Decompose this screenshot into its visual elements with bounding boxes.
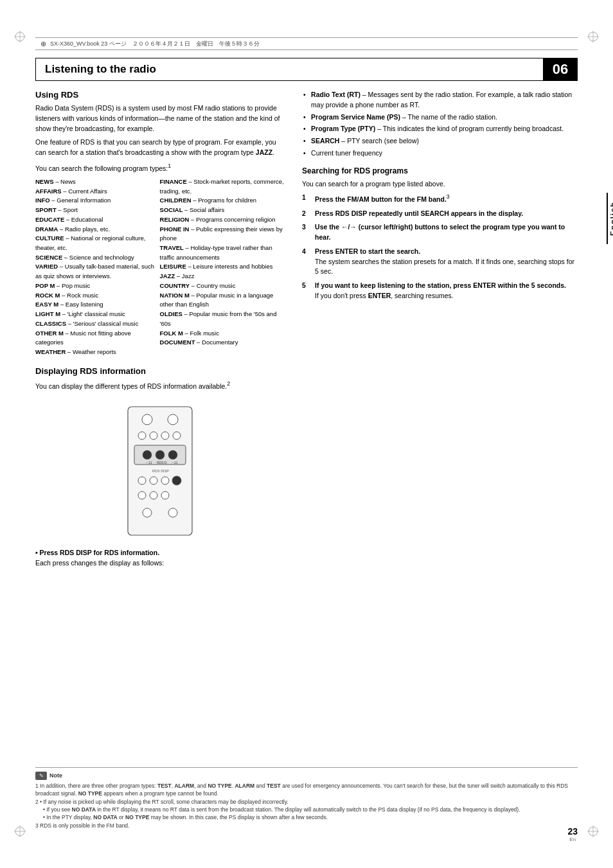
note-icon: ✎: [35, 772, 47, 781]
side-label: English: [607, 193, 613, 244]
displaying-rds-section: Displaying RDS information You can displ…: [35, 366, 284, 569]
content-columns: Using RDS Radio Data System (RDS) is a s…: [35, 90, 578, 568]
svg-point-14: [168, 414, 178, 425]
list-item: Current tuner frequency: [302, 148, 578, 159]
list-item: LIGHT M – 'Light' classical music: [35, 310, 160, 319]
list-item: NATION M – Popular music in a language o…: [160, 291, 285, 310]
note-section: ✎ Note 1 In addition, there are three ot…: [35, 767, 578, 829]
list-item: CHILDREN – Programs for children: [160, 196, 285, 206]
page-header: Listening to the radio 06: [35, 58, 578, 81]
list-item: ROCK M – Rock music: [35, 291, 160, 301]
svg-point-31: [138, 492, 146, 499]
list-item: OLDIES – Popular music from the '50s and…: [160, 310, 285, 328]
svg-text:←11: ←11: [145, 461, 152, 465]
svg-text:→11: →11: [171, 461, 178, 465]
page-title-text: Listening to the radio: [45, 63, 156, 76]
step-1: 1 Press the FM/AM button for the FM band…: [302, 193, 578, 204]
list-item: DRAMA – Radio plays, etc.: [35, 225, 160, 235]
list-item: WEATHER – Weather reports: [35, 348, 160, 357]
device-diagram: ←11 RDS·D →11 RDS DISP: [109, 400, 211, 542]
step-4: 4 Press ENTER to start the search. The s…: [302, 247, 578, 277]
list-item: DOCUMENT – Documentary: [160, 338, 285, 348]
using-rds-heading: Using RDS: [35, 90, 284, 100]
using-rds-para3: You can search the following program typ…: [35, 162, 284, 173]
list-item: EASY M – Easy listening: [35, 300, 160, 310]
displaying-rds-text: You can display the different types of R…: [35, 380, 284, 391]
list-item: PHONE IN – Public expressing their views…: [160, 225, 285, 244]
using-rds-para2: One feature of RDS is that you can searc…: [35, 137, 284, 158]
list-item: EDUCATE – Educational: [35, 215, 160, 225]
page-number-value: 23: [567, 826, 578, 837]
searching-heading: Searching for RDS programs: [302, 166, 578, 175]
corner-mark-tl: [14, 31, 26, 42]
press-bold-text: • Press RDS DISP for RDS information.: [35, 548, 284, 558]
svg-text:RDS DISP: RDS DISP: [152, 469, 169, 473]
corner-mark-br: [587, 826, 599, 837]
page-label: En: [569, 837, 576, 842]
list-item: INFO – General Information: [35, 196, 160, 206]
steps-list: 1 Press the FM/AM button for the FM band…: [302, 193, 578, 301]
note-item-1: 1 In addition, there are three other pro…: [35, 782, 578, 798]
file-info-text: SX-X360_WV.book 23 ページ ２００６年４月２１日 金曜日 午後…: [50, 40, 260, 48]
program-col-left: NEWS – News AFFAIRS – Current Affairs IN…: [35, 177, 160, 357]
list-item: Radio Text (RT) – Messages sent by the r…: [302, 90, 578, 111]
svg-point-34: [143, 508, 152, 517]
step-5: 5 If you want to keep listening to the s…: [302, 281, 578, 301]
svg-text:RDS·D: RDS·D: [157, 461, 167, 465]
svg-point-35: [168, 508, 177, 517]
svg-point-27: [138, 477, 146, 484]
using-rds-para1: Radio Data System (RDS) is a system used…: [35, 103, 284, 134]
list-item: JAZZ – Jazz: [160, 272, 285, 281]
step-3: 3 Use the ←/→ (cursor left/right) button…: [302, 222, 578, 243]
list-item: NEWS – News: [35, 177, 160, 187]
searching-intro: You can search for a program type listed…: [302, 179, 578, 190]
press-info: • Press RDS DISP for RDS information. Ea…: [35, 548, 284, 569]
note-title: Note: [49, 772, 62, 780]
list-item: CULTURE – National or regional culture, …: [35, 234, 160, 252]
list-item: SCIENCE – Science and technology: [35, 253, 160, 263]
step-2: 2 Press RDS DISP repeatedly until SEARCH…: [302, 209, 578, 219]
corner-mark-bl: [14, 826, 26, 837]
note-item-3: 3 RDS is only possible in the FM band.: [35, 822, 578, 829]
svg-point-20: [143, 450, 152, 459]
svg-point-33: [161, 492, 169, 499]
list-item: Program Service Name (PS) – The name of …: [302, 112, 578, 123]
list-item: Program Type (PTY) – This indicates the …: [302, 124, 578, 134]
list-item: POP M – Pop music: [35, 281, 160, 291]
svg-point-16: [150, 432, 157, 439]
svg-point-28: [150, 477, 157, 484]
list-item: VARIED – Usually talk-based material, su…: [35, 262, 160, 281]
search-section: Searching for RDS programs You can searc…: [302, 166, 578, 301]
svg-point-30: [172, 476, 181, 485]
press-desc-text: Each press changes the display as follow…: [35, 558, 284, 569]
corner-mark-tr: [587, 31, 599, 42]
svg-point-21: [155, 450, 164, 459]
program-col-right: FINANCE – Stock-market reports, commerce…: [160, 177, 285, 357]
svg-point-22: [168, 450, 177, 459]
svg-point-17: [161, 432, 169, 439]
registration-mark: ⊕: [40, 40, 46, 48]
svg-point-29: [161, 477, 169, 484]
rds-features-list: Radio Text (RT) – Messages sent by the r…: [302, 90, 578, 159]
chapter-number: 06: [543, 58, 578, 81]
svg-point-15: [138, 432, 146, 439]
list-item: LEISURE – Leisure interests and hobbies: [160, 262, 285, 272]
right-column: Radio Text (RT) – Messages sent by the r…: [296, 90, 578, 568]
list-item: AFFAIRS – Current Affairs: [35, 187, 160, 197]
list-item: COUNTRY – Country music: [160, 281, 285, 291]
note-item-2b: • If you see NO DATA in the RT display, …: [35, 806, 578, 813]
displaying-rds-heading: Displaying RDS information: [35, 366, 284, 376]
svg-point-32: [150, 492, 157, 499]
note-item-2: 2 • If any noise is picked up while disp…: [35, 798, 578, 806]
program-types-table: NEWS – News AFFAIRS – Current Affairs IN…: [35, 177, 284, 357]
list-item: CLASSICS – 'Serious' classical music: [35, 319, 160, 329]
list-item: TRAVEL – Holiday-type travel rather than…: [160, 244, 285, 262]
svg-point-13: [142, 414, 152, 425]
device-image: ←11 RDS·D →11 RDS DISP: [35, 400, 284, 542]
list-item: SPORT – Sport: [35, 206, 160, 215]
note-item-2c: • In the PTY display, NO DATA or NO TYPE…: [35, 813, 578, 821]
file-info-bar: ⊕ SX-X360_WV.book 23 ページ ２００６年４月２１日 金曜日 …: [35, 37, 578, 50]
list-item: SOCIAL – Social affairs: [160, 206, 285, 215]
list-item: FINANCE – Stock-market reports, commerce…: [160, 177, 285, 196]
list-item: RELIGION – Programs concerning religion: [160, 215, 285, 225]
